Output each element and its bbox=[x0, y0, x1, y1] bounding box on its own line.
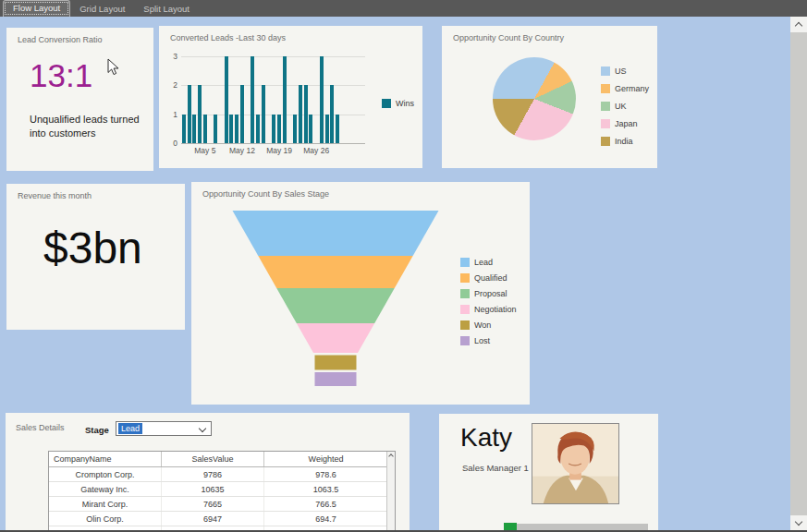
bar bbox=[277, 115, 281, 143]
bar bbox=[214, 115, 217, 143]
stage-combobox[interactable]: Lead bbox=[116, 421, 212, 436]
legend-swatch-icon bbox=[460, 305, 470, 314]
legend-swatch-icon bbox=[460, 320, 470, 330]
tab-grid-layout[interactable]: Grid Layout bbox=[70, 2, 134, 17]
legend-label: India bbox=[615, 137, 633, 146]
bar bbox=[229, 115, 233, 143]
funnel-segment-negotiation bbox=[297, 323, 374, 353]
bar bbox=[336, 115, 339, 143]
card-revenue: Revenue this month $3bn bbox=[6, 184, 185, 330]
table-row[interactable]: Olin Corp.6947694.7 bbox=[49, 512, 395, 526]
pie-legend-india: India bbox=[601, 137, 649, 146]
bar bbox=[225, 56, 228, 143]
x-axis-tick-label: May 26 bbox=[303, 146, 329, 155]
pie-legend-germany: Germany bbox=[601, 84, 649, 93]
stage-combobox-value: Lead bbox=[118, 423, 142, 434]
bar bbox=[299, 85, 302, 143]
table-cell: 10635 bbox=[162, 482, 264, 496]
table-cell: 978.6 bbox=[264, 467, 388, 481]
tab-split-layout[interactable]: Split Layout bbox=[134, 2, 199, 17]
legend-swatch-icon bbox=[601, 66, 610, 76]
column-header-weighted[interactable]: Weighted bbox=[264, 452, 388, 466]
funnel-segment-lead bbox=[233, 211, 439, 256]
lead-conversion-value: 13:1 bbox=[30, 57, 92, 94]
dashboard-screen: Flow LayoutGrid LayoutSplit Layout Lead … bbox=[0, 0, 807, 532]
table-cell: Olin Corp. bbox=[49, 512, 162, 526]
bar bbox=[235, 115, 238, 143]
tab-flow-layout[interactable]: Flow Layout bbox=[3, 0, 70, 17]
legend-label: Lead bbox=[474, 258, 493, 267]
legend-label: Proposal bbox=[474, 289, 507, 298]
funnel-legend-qualified: Qualified bbox=[460, 273, 517, 283]
legend-swatch-icon bbox=[601, 84, 610, 93]
bar bbox=[240, 85, 244, 143]
x-axis-tick-label: May 19 bbox=[266, 146, 292, 155]
chevron-down-icon bbox=[199, 425, 206, 432]
bar bbox=[251, 56, 254, 143]
card-opportunity-stage: Opportunity Count By Sales Stage LeadQua… bbox=[191, 182, 530, 405]
scrollbar-up-button[interactable] bbox=[790, 17, 807, 32]
funnel-legend-lost: Lost bbox=[460, 336, 517, 345]
pie-chart bbox=[493, 57, 576, 140]
card-converted-leads: Converted Leads -Last 30 days 0123May 5M… bbox=[159, 26, 422, 168]
table-cell: 7665 bbox=[162, 497, 264, 511]
funnel-segment-won bbox=[315, 356, 357, 370]
progress-bar bbox=[504, 524, 648, 530]
column-header-salesvalue[interactable]: SalesValue bbox=[162, 452, 264, 466]
table-row[interactable]: Crompton Corp.9786978.6 bbox=[49, 467, 395, 482]
table-cell: 1063.5 bbox=[264, 482, 388, 496]
card-lead-conversion: Lead Conversion Ratio 13:1 Unqualified l… bbox=[6, 28, 153, 171]
sales-details-label: Sales Details bbox=[16, 423, 65, 432]
bar bbox=[188, 85, 191, 143]
table-row[interactable]: Gateway Inc.106351063.5 bbox=[49, 482, 395, 497]
vertical-scrollbar[interactable] bbox=[790, 17, 807, 532]
table-row[interactable]: Mirant Corp.7665766.5 bbox=[49, 497, 395, 512]
funnel-legend-lead: Lead bbox=[460, 258, 517, 267]
sales-table: CompanyNameSalesValueWeighted Crompton C… bbox=[48, 451, 396, 532]
legend-swatch-icon bbox=[601, 119, 610, 128]
legend-swatch-icon bbox=[460, 289, 470, 298]
legend-label: Japan bbox=[615, 119, 638, 128]
column-header-companyname[interactable]: CompanyName bbox=[49, 452, 162, 466]
legend-label: Negotiation bbox=[474, 305, 517, 314]
pie-legend-japan: Japan bbox=[601, 119, 649, 128]
x-axis-tick-label: May 5 bbox=[194, 146, 215, 155]
bar bbox=[309, 115, 312, 143]
bar-chart-legend: Wins bbox=[382, 99, 414, 108]
legend-label: Won bbox=[474, 320, 491, 330]
bar bbox=[320, 56, 324, 143]
x-axis-line bbox=[181, 143, 365, 144]
bar bbox=[325, 115, 329, 143]
pie-chart-legend: USGermanyUKJapanIndia bbox=[601, 66, 649, 146]
card-title: Lead Conversion Ratio bbox=[18, 35, 103, 44]
card-sales-details: Sales Details Stage Lead CompanyNameSale… bbox=[6, 413, 410, 532]
tab-bar: Flow LayoutGrid LayoutSplit Layout bbox=[0, 0, 807, 17]
card-title: Opportunity Count By Country bbox=[453, 33, 564, 42]
bar bbox=[203, 115, 207, 143]
x-axis-tick-label: May 12 bbox=[229, 146, 255, 155]
bar bbox=[182, 115, 186, 143]
stage-label: Stage bbox=[85, 425, 109, 435]
scroll-up-icon bbox=[388, 453, 394, 459]
table-cell: Mirant Corp. bbox=[49, 497, 162, 511]
legend-swatch-icon bbox=[460, 273, 470, 283]
table-cell: 766.5 bbox=[264, 497, 388, 511]
scroll-up-icon bbox=[795, 22, 802, 30]
funnel-segment-lost bbox=[315, 372, 357, 386]
revenue-value: $3bn bbox=[43, 223, 142, 273]
legend-swatch-icon bbox=[601, 137, 610, 146]
legend-swatch-icon bbox=[460, 336, 470, 345]
table-cell: Gateway Inc. bbox=[49, 482, 162, 496]
y-axis-tick-label: 1 bbox=[161, 110, 177, 119]
bar bbox=[272, 115, 275, 143]
scrollbar-down-button[interactable] bbox=[790, 515, 807, 531]
table-scrollbar[interactable] bbox=[386, 452, 395, 532]
card-title: Converted Leads -Last 30 days bbox=[170, 33, 286, 42]
legend-label: UK bbox=[615, 102, 627, 111]
funnel-segment-qualified bbox=[258, 256, 412, 288]
pie-legend-us: US bbox=[601, 66, 649, 76]
pie-legend-uk: UK bbox=[601, 102, 649, 111]
legend-label: Wins bbox=[396, 99, 414, 108]
bar bbox=[330, 85, 334, 143]
lead-conversion-caption: Unqualified leads turned into customers bbox=[30, 113, 150, 140]
